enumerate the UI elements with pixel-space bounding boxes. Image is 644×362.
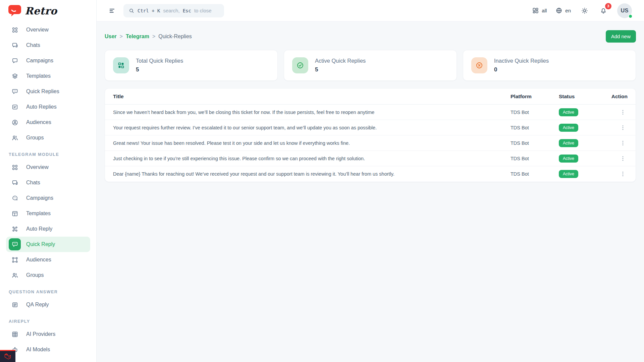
kebab-icon bbox=[620, 109, 626, 116]
laravel-debug-badge[interactable] bbox=[0, 350, 15, 362]
notification-count-badge: 3 bbox=[605, 3, 611, 9]
sidebar-item-ai-models[interactable]: AI Models bbox=[6, 342, 90, 357]
sidebar-item-campaigns[interactable]: Campaigns bbox=[6, 190, 90, 206]
sidebar-item-audiences[interactable]: Audiences bbox=[6, 115, 90, 130]
sidebar-item-templates[interactable]: Templates bbox=[6, 68, 90, 84]
breadcrumb-separator: > bbox=[152, 34, 155, 40]
sidebar-item-quick-replies[interactable]: Quick Replies bbox=[6, 84, 90, 99]
quick-replies-table: Title Platform Status Action Since we ha… bbox=[105, 88, 636, 182]
command-icon bbox=[9, 223, 21, 235]
brand-logo[interactable]: Retro bbox=[0, 0, 96, 21]
stat-value: 0 bbox=[494, 66, 549, 73]
stats-cards: Total Quick Replies 5 Active Quick Repli… bbox=[105, 50, 636, 81]
sidebar-item-rag-datasets[interactable]: RAG Datasets bbox=[6, 357, 90, 362]
sidebar-toggle-button[interactable] bbox=[107, 6, 117, 16]
row-platform: TDS Bot bbox=[505, 140, 549, 146]
auto-reply-icon bbox=[9, 101, 21, 113]
scope-selector[interactable]: all bbox=[532, 7, 547, 14]
sidebar-section-aireply: AI Providers AI Models RAG Datasets bbox=[6, 326, 90, 362]
sidebar-item-label: Templates bbox=[26, 210, 51, 217]
status-badge: Active bbox=[559, 170, 578, 178]
sidebar-item-qa-reply[interactable]: QA Reply bbox=[6, 297, 90, 312]
stat-value: 5 bbox=[136, 66, 183, 73]
brand-bubble-icon bbox=[8, 5, 21, 17]
row-platform: TDS Bot bbox=[505, 125, 549, 130]
search-shortcut-close: Esc bbox=[183, 8, 191, 13]
sidebar-item-overview[interactable]: Overview bbox=[6, 160, 90, 175]
status-badge: Active bbox=[559, 139, 578, 147]
row-actions-button[interactable] bbox=[618, 169, 628, 179]
stat-label: Inactive Quick Replies bbox=[494, 58, 549, 64]
search-hint: search, bbox=[163, 8, 179, 13]
user-avatar[interactable]: US bbox=[617, 3, 632, 18]
sidebar-item-label: Audiences bbox=[26, 257, 51, 263]
row-actions-button[interactable] bbox=[618, 108, 628, 117]
section-heading-telegram: Telegram Module bbox=[9, 152, 90, 157]
sidebar-item-chats[interactable]: Chats bbox=[6, 38, 90, 53]
table-row: Just checking in to see if you’re still … bbox=[105, 151, 636, 166]
add-new-button[interactable]: Add new bbox=[606, 30, 636, 43]
sidebar-item-label: Chats bbox=[26, 42, 40, 48]
table-row: Great news! Your issue has been resolved… bbox=[105, 135, 636, 151]
row-title: Great news! Your issue has been resolved… bbox=[113, 140, 505, 146]
breadcrumb-user[interactable]: User bbox=[105, 34, 117, 40]
row-actions-button[interactable] bbox=[618, 123, 628, 132]
sidebar-item-quick-reply[interactable]: Quick Reply bbox=[6, 237, 90, 252]
search-input[interactable]: Ctrl + K search, Esc to close bbox=[123, 4, 224, 17]
breadcrumb-separator: > bbox=[120, 34, 123, 40]
sidebar-item-label: Chats bbox=[26, 180, 40, 186]
language-selector[interactable]: en bbox=[555, 7, 571, 14]
avatar-initials: US bbox=[621, 7, 629, 14]
breadcrumb: User > Telegram > Quick-Replies bbox=[105, 34, 192, 40]
row-actions-button[interactable] bbox=[618, 138, 628, 148]
search-hint-close: to close bbox=[194, 8, 212, 13]
topbar: Ctrl + K search, Esc to close all en 3 U bbox=[97, 0, 644, 21]
sidebar-item-overview[interactable]: Overview bbox=[6, 22, 90, 38]
sidebar-item-groups[interactable]: Groups bbox=[6, 130, 90, 145]
sidebar-item-label: Overview bbox=[26, 164, 49, 170]
kebab-icon bbox=[620, 124, 626, 131]
sidebar-item-label: Campaigns bbox=[26, 58, 53, 64]
stat-value: 5 bbox=[315, 66, 366, 73]
sidebar-item-audiences[interactable]: Audiences bbox=[6, 252, 90, 267]
users-icon bbox=[9, 132, 21, 144]
table-row: Since we haven’t heard back from you, we… bbox=[105, 105, 636, 120]
table-body: Since we haven’t heard back from you, we… bbox=[105, 105, 636, 182]
quick-reply-icon bbox=[9, 238, 21, 250]
scope-label: all bbox=[542, 8, 547, 13]
stat-label: Active Quick Replies bbox=[315, 58, 366, 64]
sidebar-nav: Overview Chats Campaigns Templates Quick… bbox=[0, 21, 96, 362]
row-title: Just checking in to see if you’re still … bbox=[113, 156, 505, 161]
sidebar-item-label: QA Reply bbox=[26, 302, 49, 308]
sidebar-item-chats[interactable]: Chats bbox=[6, 175, 90, 190]
sidebar-item-label: Groups bbox=[26, 135, 44, 141]
notifications-button[interactable]: 3 bbox=[598, 6, 608, 16]
layout-icon bbox=[9, 207, 21, 220]
sidebar: Retro Overview Chats Campaigns Templates bbox=[0, 0, 97, 362]
sidebar-item-auto-reply[interactable]: Auto Reply bbox=[6, 221, 90, 237]
stat-label: Total Quick Replies bbox=[136, 58, 183, 64]
table-row: Your request requires further review. I’… bbox=[105, 120, 636, 135]
sidebar-item-label: Quick Reply bbox=[26, 241, 55, 247]
status-badge: Active bbox=[559, 108, 578, 116]
qa-doc-icon bbox=[9, 299, 21, 311]
row-actions-button[interactable] bbox=[618, 154, 628, 163]
sidebar-item-label: AI Models bbox=[26, 347, 50, 353]
quick-reply-icon bbox=[9, 85, 21, 98]
stat-card-total: Total Quick Replies 5 bbox=[105, 50, 278, 81]
breadcrumb-telegram[interactable]: Telegram bbox=[126, 34, 149, 40]
sidebar-item-campaigns[interactable]: Campaigns bbox=[6, 53, 90, 68]
frame-icon bbox=[9, 254, 21, 266]
kebab-icon bbox=[620, 155, 626, 162]
theme-toggle-button[interactable] bbox=[580, 6, 590, 16]
row-platform: TDS Bot bbox=[505, 171, 549, 177]
column-header-status: Status bbox=[549, 94, 607, 100]
sidebar-item-ai-providers[interactable]: AI Providers bbox=[6, 326, 90, 342]
row-title: Your request requires further review. I’… bbox=[113, 125, 505, 130]
user-circle-icon bbox=[9, 116, 21, 128]
status-badge: Active bbox=[559, 124, 578, 132]
stat-card-inactive: Inactive Quick Replies 0 bbox=[463, 50, 636, 81]
sidebar-item-groups[interactable]: Groups bbox=[6, 267, 90, 283]
sidebar-item-templates[interactable]: Templates bbox=[6, 206, 90, 221]
sidebar-item-auto-replies[interactable]: Auto Replies bbox=[6, 99, 90, 115]
